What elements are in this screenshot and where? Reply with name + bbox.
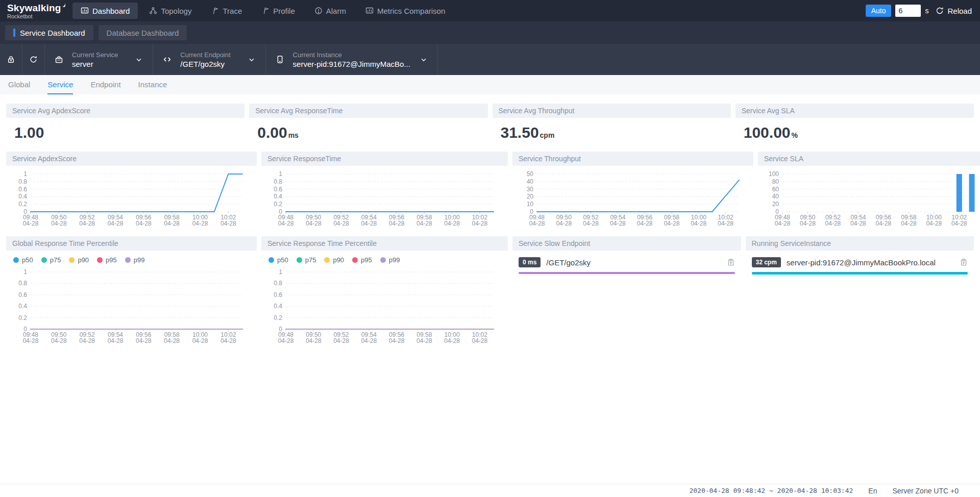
endpoint-name: /GET/go2sky [546, 258, 721, 267]
svg-text:04-28: 04-28 [361, 220, 377, 227]
dashboard-icon [81, 7, 89, 15]
svg-text:04-28: 04-28 [164, 220, 180, 227]
footer-bar: 2020-04-28 09:48:42 ~ 2020-04-28 10:03:4… [0, 484, 980, 497]
legend-item-p95[interactable]: p95 [97, 256, 117, 264]
service-percentile-chart[interactable]: 00.20.40.60.8109:4804-2809:5004-2809:520… [261, 264, 508, 349]
stat-card-title: Service Avg ApdexScore [6, 104, 244, 118]
slow-endpoint-item: 0 ms /GET/go2sky [512, 251, 741, 274]
chart-title: Service ApdexScore [6, 152, 257, 166]
svg-text:0.6: 0.6 [18, 186, 27, 193]
endpoint-latency-badge: 0 ms [519, 257, 541, 267]
legend-item-p75[interactable]: p75 [41, 256, 61, 264]
svg-text:04-28: 04-28 [583, 220, 599, 227]
nav-item-dashboard[interactable]: Dashboard [72, 3, 138, 19]
legend-dot [13, 257, 19, 263]
lock-templates-button[interactable] [0, 44, 22, 75]
svg-text:0.8: 0.8 [274, 178, 282, 185]
sla-chart[interactable]: 02040608010009:4804-2809:5004-2809:5204-… [758, 166, 980, 231]
reload-button[interactable]: Reload [936, 7, 972, 15]
auto-toggle-button[interactable]: Auto [866, 5, 892, 17]
language-switcher[interactable]: En [868, 487, 877, 495]
svg-text:04-28: 04-28 [444, 220, 460, 227]
svg-text:04-28: 04-28 [306, 337, 322, 344]
svg-text:04-28: 04-28 [220, 220, 236, 227]
svg-text:0.8: 0.8 [274, 280, 282, 287]
legend-dot [297, 257, 302, 263]
scope-tab-endpoint[interactable]: Endpoint [90, 75, 120, 94]
service-selector[interactable]: Current Service server [45, 44, 153, 75]
refresh-icon [29, 55, 38, 64]
legend-item-p50[interactable]: p50 [13, 256, 33, 264]
copy-instance-button[interactable] [960, 258, 968, 266]
chart-card-service-percentile: Service Response Time Percentile p50 p75… [261, 236, 508, 349]
app-logo[interactable]: Skywalking Rocketbot [0, 3, 65, 19]
throughput-chart[interactable]: 0102030405009:4804-2809:5004-2809:5204-2… [512, 166, 753, 231]
nav-item-alarm[interactable]: Alarm [306, 3, 354, 19]
svg-text:04-28: 04-28 [23, 220, 39, 227]
svg-text:04-28: 04-28 [51, 220, 67, 227]
svg-text:04-28: 04-28 [220, 337, 236, 344]
endpoint-selector[interactable]: Current Endpoint /GET/go2sky [153, 44, 265, 75]
chart-title: Service SLA [758, 152, 980, 166]
legend-item-p75[interactable]: p75 [297, 256, 316, 264]
global-percentile-chart[interactable]: 00.20.40.60.8109:4804-2809:5004-2809:520… [6, 264, 257, 349]
legend-item-p90[interactable]: p90 [69, 256, 89, 264]
server-zone-setting[interactable]: Server Zone UTC +0 [892, 487, 959, 495]
svg-text:04-28: 04-28 [800, 220, 816, 227]
profile-icon [261, 7, 270, 15]
svg-text:0.4: 0.4 [18, 193, 27, 200]
svg-text:04-28: 04-28 [136, 337, 152, 344]
chart-title: Global Response Time Percentile [6, 236, 257, 251]
stat-card-sla: Service Avg SLA 100.00% [736, 104, 974, 146]
refresh-templates-button[interactable] [22, 44, 45, 75]
svg-text:04-28: 04-28 [79, 220, 95, 227]
svg-text:04-28: 04-28 [416, 220, 432, 227]
svg-text:04-28: 04-28 [278, 220, 294, 227]
service-icon [54, 55, 64, 64]
legend-item-p99[interactable]: p99 [125, 256, 145, 264]
svg-text:04-28: 04-28 [472, 337, 488, 344]
svg-text:04-28: 04-28 [136, 220, 152, 227]
instance-selector[interactable]: Current Instance server-pid:91672@JimmyM… [266, 44, 438, 75]
nav-item-trace[interactable]: Trace [203, 3, 250, 19]
logo-crescent-icon [62, 2, 66, 9]
svg-text:10: 10 [527, 201, 534, 208]
nav-item-metrics-comparison[interactable]: Metrics Comparison [357, 3, 453, 19]
legend-item-p90[interactable]: p90 [324, 256, 344, 264]
tab-service-dashboard[interactable]: Service Dashboard [5, 25, 93, 40]
nav-item-profile[interactable]: Profile [253, 3, 303, 19]
scope-tab-instance[interactable]: Instance [138, 75, 167, 94]
svg-text:50: 50 [527, 170, 534, 178]
running-instance-card: Running ServiceInstance 32 cpm server-pi… [746, 236, 974, 275]
svg-text:04-28: 04-28 [901, 220, 917, 227]
scope-tab-service[interactable]: Service [47, 75, 73, 94]
legend-dot [380, 257, 386, 263]
time-range-picker[interactable]: 2020-04-28 09:48:42 ~ 2020-04-28 10:03:4… [689, 487, 853, 494]
apdexscore-chart[interactable]: 00.20.40.60.8109:4804-2809:5004-2809:520… [6, 166, 257, 231]
clipboard-icon [727, 258, 735, 266]
lock-icon [7, 55, 15, 64]
svg-text:04-28: 04-28 [876, 220, 892, 227]
copy-endpoint-button[interactable] [727, 258, 735, 266]
legend-item-p95[interactable]: p95 [352, 256, 372, 264]
svg-text:04-28: 04-28 [23, 337, 39, 344]
topology-icon [149, 7, 157, 15]
svg-text:04-28: 04-28 [951, 220, 967, 227]
legend-item-p50[interactable]: p50 [268, 256, 288, 264]
stat-value: 1.00 [14, 124, 44, 141]
tab-database-dashboard[interactable]: Database Dashboard [99, 25, 187, 40]
instance-cpm-badge: 32 cpm [752, 257, 781, 267]
instance-value-bar [752, 272, 968, 275]
svg-text:60: 60 [772, 186, 779, 193]
service-selector-label: Current Service [72, 51, 118, 59]
responsetime-chart[interactable]: 00.20.40.60.8109:4804-2809:5004-2809:520… [261, 166, 508, 231]
stat-value: 0.00 [257, 124, 287, 141]
nav-item-topology[interactable]: Topology [141, 3, 200, 19]
svg-text:04-28: 04-28 [278, 337, 294, 344]
scope-tab-global[interactable]: Global [8, 75, 30, 94]
legend-item-p99[interactable]: p99 [380, 256, 400, 264]
svg-text:04-28: 04-28 [775, 220, 791, 227]
auto-interval-input[interactable] [895, 5, 921, 17]
dashboard-tabs-bar: Service Dashboard Database Dashboard [0, 21, 980, 44]
svg-text:0.2: 0.2 [18, 201, 27, 208]
